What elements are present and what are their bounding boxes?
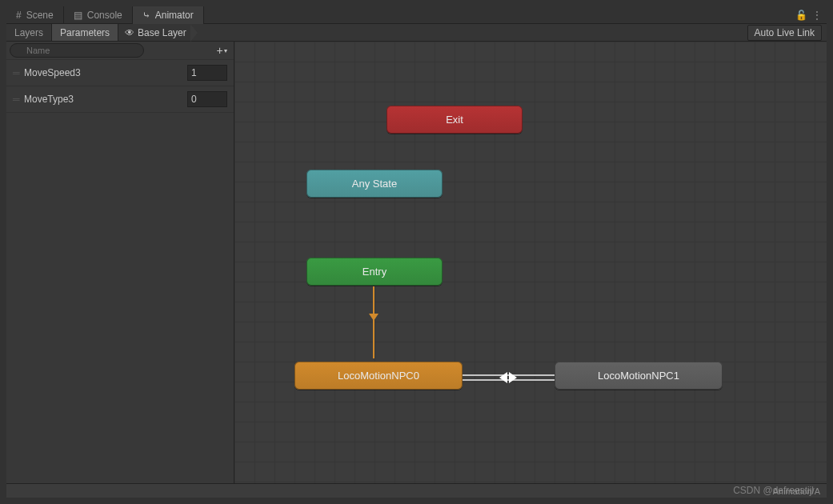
sub-toolbar-right: Auto Live Link (747, 24, 827, 41)
footer-status-bar: Animation/A (6, 483, 827, 498)
auto-live-link-button[interactable]: Auto Live Link (747, 25, 822, 41)
breadcrumb: 👁 Base Layer (118, 24, 198, 41)
subtab-label: Layers (14, 27, 43, 38)
transition-arrowhead-icon (499, 372, 507, 383)
lock-icon[interactable]: 🔓 (795, 10, 807, 21)
eye-icon: 👁 (125, 27, 134, 38)
drag-handle-icon[interactable]: ═ (13, 94, 24, 105)
tab-scene[interactable]: # Scene (6, 6, 64, 24)
scene-icon: # (16, 10, 22, 21)
search-input[interactable] (10, 43, 144, 58)
tab-strip: # Scene ▤ Console ⤷ Animator 🔓 ⋮ (6, 6, 827, 24)
main-area: 🔍 +▾ ═ MoveSpeed3 ═ MoveType3 Exit Any S… (6, 42, 827, 483)
param-row[interactable]: ═ MoveSpeed3 (6, 60, 234, 86)
sub-toolbar: Layers Parameters 👁 Base Layer Auto Live… (6, 24, 827, 42)
param-row[interactable]: ═ MoveType3 (6, 86, 234, 113)
node-label: Exit (446, 114, 463, 126)
transition-arrowhead-icon (509, 372, 517, 383)
tab-label: Animator (155, 10, 194, 21)
auto-live-label: Auto Live Link (755, 27, 815, 38)
node-anystate[interactable]: Any State (306, 170, 443, 198)
tab-label: Scene (26, 10, 54, 21)
transition-bidirectional[interactable] (463, 373, 555, 382)
node-locomotion-npc1[interactable]: LocoMotionNPC1 (555, 362, 723, 390)
chevron-down-icon: ▾ (224, 47, 227, 54)
param-name: MoveType3 (24, 94, 187, 105)
add-parameter-button[interactable]: +▾ (213, 43, 230, 58)
context-menu-icon[interactable]: ⋮ (812, 10, 822, 21)
graph-canvas[interactable]: Exit Any State Entry LocoMotionNPC0 Loco… (234, 42, 827, 483)
animator-window: # Scene ▤ Console ⤷ Animator 🔓 ⋮ Layers … (0, 0, 833, 504)
watermark-text: CSDN @defreestijl (733, 485, 814, 496)
node-label: LocoMotionNPC0 (338, 370, 419, 382)
subtab-layers[interactable]: Layers (6, 24, 52, 41)
crumb-label: Base Layer (138, 27, 186, 38)
tab-console[interactable]: ▤ Console (64, 6, 133, 24)
node-label: Entry (362, 266, 386, 278)
sub-tabs-left: Layers Parameters (6, 24, 118, 41)
breadcrumb-area: 👁 Base Layer (118, 24, 747, 41)
search-row: 🔍 +▾ (6, 42, 234, 60)
parameters-panel: 🔍 +▾ ═ MoveSpeed3 ═ MoveType3 (6, 42, 234, 483)
node-entry[interactable]: Entry (306, 258, 443, 286)
console-icon: ▤ (74, 10, 82, 21)
watermark: CSDN @defreestijl (733, 485, 814, 496)
node-locomotion-npc0[interactable]: LocoMotionNPC0 (294, 362, 463, 390)
transition-entry-default[interactable] (373, 286, 374, 358)
tab-right-controls: 🔓 ⋮ (795, 10, 827, 21)
node-label: Any State (352, 178, 397, 190)
subtab-parameters[interactable]: Parameters (52, 24, 118, 41)
param-value-input[interactable] (187, 65, 227, 81)
tab-label: Console (87, 10, 122, 21)
animator-icon: ⤷ (142, 10, 150, 21)
subtab-label: Parameters (60, 27, 110, 38)
tab-animator[interactable]: ⤷ Animator (133, 6, 204, 24)
drag-handle-icon[interactable]: ═ (13, 67, 24, 78)
param-name: MoveSpeed3 (24, 67, 187, 78)
node-label: LocoMotionNPC1 (598, 370, 679, 382)
search-wrap: 🔍 (10, 43, 210, 58)
crumb-baselayer[interactable]: 👁 Base Layer (118, 24, 198, 41)
transition-arrowhead-icon (369, 314, 378, 321)
param-value-input[interactable] (187, 91, 227, 107)
node-exit[interactable]: Exit (386, 106, 523, 134)
